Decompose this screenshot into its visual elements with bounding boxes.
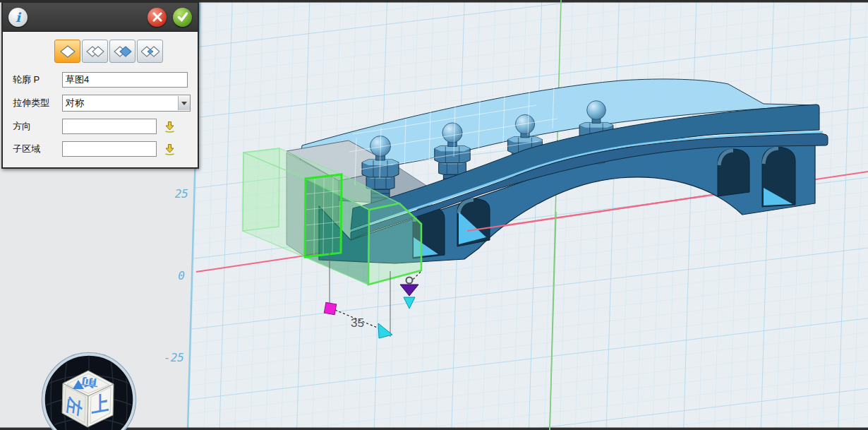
profile-input[interactable] bbox=[62, 72, 188, 88]
subregion-field-row: 子区域 bbox=[3, 138, 198, 160]
extrude-type-label: 拉伸类型 bbox=[13, 97, 62, 109]
close-icon bbox=[152, 11, 163, 23]
diamond-remove-icon bbox=[114, 44, 132, 59]
subregion-pick-button[interactable] bbox=[163, 143, 176, 155]
extrude-dialog: i bbox=[1, 1, 199, 169]
cancel-button[interactable] bbox=[147, 8, 167, 27]
direction-label: 方向 bbox=[13, 120, 62, 133]
preview-front-face bbox=[368, 203, 421, 285]
mode-extrude-remove-button[interactable] bbox=[109, 40, 135, 63]
axis-tick-neg25: -25 bbox=[164, 351, 184, 364]
mode-extrude-add-button[interactable] bbox=[82, 40, 108, 63]
axis-tick-0: 0 bbox=[178, 269, 185, 282]
info-icon[interactable]: i bbox=[8, 8, 28, 27]
direction-input[interactable] bbox=[62, 119, 157, 134]
viewport-bottom-edge bbox=[0, 428, 868, 430]
axis-tick-25: 25 bbox=[175, 187, 188, 201]
check-icon bbox=[176, 11, 189, 23]
subregion-input[interactable] bbox=[62, 141, 157, 157]
extrude-type-field-row: 拉伸类型 对称 bbox=[3, 91, 198, 115]
pick-arrow-icon bbox=[164, 143, 176, 155]
ok-button[interactable] bbox=[173, 8, 192, 27]
cad-application-window: 25 0 -25 bbox=[0, 0, 868, 430]
sketch-profile-outline[interactable] bbox=[305, 174, 342, 257]
dropdown-arrow-icon[interactable] bbox=[178, 96, 190, 110]
diamond-intersect-icon bbox=[141, 44, 159, 59]
direction-pick-button[interactable] bbox=[163, 120, 176, 133]
info-glyph: i bbox=[16, 10, 20, 25]
subregion-label: 子区域 bbox=[13, 143, 62, 155]
extrude-type-value: 对称 bbox=[66, 97, 84, 109]
extrude-type-dropdown[interactable]: 对称 bbox=[62, 95, 191, 112]
mode-extrude-intersect-button[interactable] bbox=[137, 40, 163, 63]
profile-field-row: 轮廓 P bbox=[3, 68, 198, 91]
profile-label: 轮廓 P bbox=[13, 73, 62, 86]
diamond-add-icon bbox=[86, 44, 104, 59]
dialog-titlebar[interactable]: i bbox=[3, 3, 198, 32]
dimension-value[interactable]: 35 bbox=[351, 316, 364, 330]
dialog-body: 轮廓 P 拉伸类型 对称 方向 子区域 bbox=[3, 32, 198, 167]
dimension-start-handle[interactable] bbox=[324, 302, 336, 314]
mode-extrude-base-button[interactable] bbox=[54, 40, 80, 63]
extrude-mode-toolbar bbox=[3, 37, 198, 68]
direction-field-row: 方向 bbox=[3, 115, 198, 138]
view-cube-face-up: 上 bbox=[91, 391, 109, 417]
diamond-base-icon bbox=[59, 44, 76, 59]
pick-arrow-icon bbox=[164, 121, 176, 133]
